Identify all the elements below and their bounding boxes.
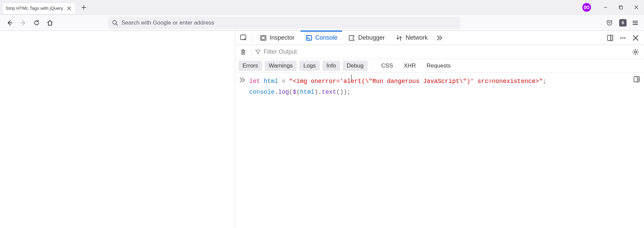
svg-line-18	[633, 50, 634, 50]
dock-icon	[606, 34, 614, 42]
minimize-icon	[603, 5, 607, 9]
split-console-toggle[interactable]	[632, 75, 641, 84]
svg-rect-8	[610, 35, 613, 41]
code-punct: ;	[347, 89, 351, 95]
code-variable: html	[264, 78, 278, 85]
address-bar[interactable]: Search with Google or enter address	[108, 17, 460, 29]
tab-label: Console	[315, 34, 337, 41]
tab-console[interactable]: Console	[301, 31, 342, 45]
prompt-chevrons-icon	[239, 76, 246, 83]
element-picker-button[interactable]	[238, 32, 249, 44]
svg-point-13	[635, 51, 637, 53]
tab-label: Debugger	[358, 34, 385, 41]
nav-right-controls: 6	[604, 17, 640, 29]
gear-icon	[632, 48, 639, 56]
maximize-icon	[619, 5, 623, 9]
tabs-overflow-button[interactable]	[434, 32, 445, 44]
tab-debugger[interactable]: Debugger	[343, 31, 389, 45]
devtools-close-button[interactable]	[630, 32, 641, 44]
console-filter-chips: Errors Warnings Logs Info Debug CSS XHR …	[235, 59, 644, 73]
app-menu-button[interactable]	[631, 18, 640, 28]
trash-icon	[240, 49, 247, 55]
code-function: log	[278, 89, 289, 95]
forward-button[interactable]	[17, 17, 29, 29]
svg-line-19	[637, 53, 638, 54]
svg-point-10	[620, 37, 622, 39]
tab-title: Strip HTML Tags with jQuery	[6, 6, 66, 11]
infinity-icon	[584, 6, 590, 9]
console-prompt[interactable]: let html = "<img onerror='alert(\"Run da…	[239, 76, 639, 98]
tab-label: Network	[406, 34, 428, 41]
chip-errors[interactable]: Errors	[238, 61, 262, 71]
console-input-code[interactable]: let html = "<img onerror='alert(\"Run da…	[249, 76, 546, 98]
address-placeholder: Search with Google or enter address	[121, 19, 214, 26]
svg-rect-1	[620, 6, 623, 9]
separator	[251, 48, 252, 56]
debugger-icon	[348, 34, 356, 42]
new-tab-button[interactable]	[78, 2, 89, 13]
devtools-panel: Inspector Console Debugger Network	[235, 31, 644, 228]
svg-line-20	[637, 50, 638, 50]
text-caret	[351, 75, 352, 81]
window-controls	[582, 0, 644, 15]
tab-network[interactable]: Network	[391, 31, 432, 45]
code-object: console	[249, 89, 275, 95]
code-punct: )	[315, 89, 318, 95]
chip-warnings[interactable]: Warnings	[265, 61, 297, 71]
plus-icon	[82, 5, 86, 10]
search-icon	[112, 20, 118, 26]
home-icon	[47, 19, 53, 26]
home-button[interactable]	[44, 17, 56, 29]
console-icon	[305, 34, 313, 42]
code-punct: .	[318, 89, 322, 95]
chip-xhr[interactable]: XHR	[400, 61, 420, 71]
chip-info[interactable]: Info	[322, 61, 340, 71]
dock-side-button[interactable]	[604, 32, 616, 44]
close-icon	[67, 6, 71, 10]
maximize-button[interactable]	[613, 0, 629, 15]
console-output[interactable]: let html = "<img onerror='alert(\"Run da…	[235, 73, 644, 228]
chip-debug[interactable]: Debug	[343, 61, 368, 71]
svg-point-2	[113, 20, 116, 24]
minimize-button[interactable]	[598, 0, 613, 15]
code-variable: html	[300, 89, 314, 95]
chip-logs[interactable]: Logs	[299, 61, 320, 71]
extension-badge[interactable]	[582, 3, 591, 12]
separator	[372, 62, 373, 70]
tab-close-button[interactable]	[66, 5, 72, 11]
code-punct: (	[296, 89, 300, 95]
svg-rect-6	[306, 36, 312, 40]
tab-inspector[interactable]: Inspector	[255, 31, 299, 45]
console-settings-button[interactable]	[631, 47, 641, 57]
code-string: "<img onerror='alert(\"Run dangerous Jav…	[289, 78, 543, 85]
filter-placeholder: Filter Output	[264, 48, 297, 55]
code-punct: (	[289, 89, 293, 95]
tab-label: Inspector	[270, 34, 294, 41]
devtools-more-button[interactable]	[617, 32, 629, 44]
sidebar-toggle-icon	[633, 76, 640, 83]
dots-horizontal-icon	[619, 34, 627, 42]
chip-css[interactable]: CSS	[377, 61, 397, 71]
devtools-tabs: Inspector Console Debugger Network	[235, 31, 644, 45]
hamburger-icon	[632, 20, 638, 26]
code-punct: .	[275, 89, 278, 95]
browser-tab[interactable]: Strip HTML Tags with jQuery	[2, 2, 76, 14]
chip-requests[interactable]: Requests	[423, 61, 455, 71]
console-filter-bar: Filter Output	[235, 45, 644, 59]
svg-point-11	[622, 37, 624, 39]
code-punct: ()	[336, 89, 343, 95]
pocket-button[interactable]	[604, 17, 615, 29]
inspector-icon	[260, 34, 267, 42]
tracker-count-badge[interactable]: 6	[619, 19, 627, 27]
back-button[interactable]	[4, 17, 15, 29]
picker-icon	[239, 34, 248, 42]
arrow-right-icon	[20, 19, 26, 26]
filter-input[interactable]: Filter Output	[255, 48, 627, 55]
window-close-button[interactable]	[629, 0, 644, 15]
nav-toolbar: Search with Google or enter address 6	[0, 15, 644, 31]
main-content: Inspector Console Debugger Network	[0, 31, 644, 228]
code-punct: )	[343, 89, 347, 95]
arrow-left-icon	[6, 19, 13, 26]
clear-console-button[interactable]	[238, 47, 248, 57]
reload-button[interactable]	[31, 17, 42, 29]
